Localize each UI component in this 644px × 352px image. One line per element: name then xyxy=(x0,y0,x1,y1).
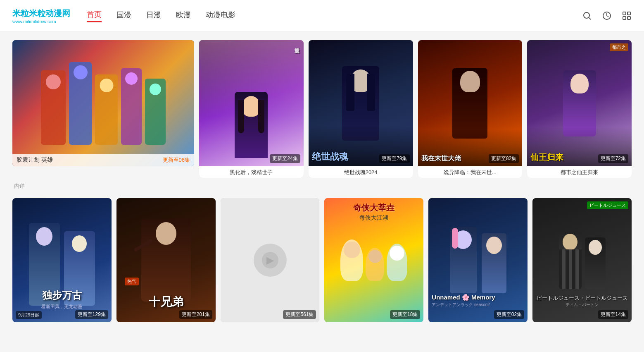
card-jueshi-badge: 更新至79集 xyxy=(379,154,409,163)
card-beetlejuice-dir: ティム・バートン xyxy=(536,302,628,308)
svg-rect-5 xyxy=(623,17,626,19)
card-qixia-sub: 每侠大江湖 xyxy=(328,214,419,222)
card-wide-title: 胶囊计划 英雄 xyxy=(17,156,53,164)
card-zheyi-badge: 更新至82集 xyxy=(489,154,519,163)
card-beetlejuice-tag: ビートルジュース xyxy=(587,201,628,209)
card-dushi-badge-tag: 都市之 xyxy=(610,43,628,51)
search-icon[interactable] xyxy=(582,11,592,21)
card-dushi[interactable]: 都市之 仙王归来 更新至72集 都市之仙王归来 xyxy=(527,40,632,178)
site-subtitle: www.milimilidmw.com xyxy=(12,19,56,24)
cards-row-1: 胶囊计划 英雄 更新至06集 xyxy=(12,40,632,178)
card-dubu-sub: 看新田风，无龙动漫 xyxy=(17,304,107,310)
card-jueshi-title: 绝世战魂2024 xyxy=(309,166,413,178)
main-content: 胶囊计划 英雄 更新至06集 xyxy=(0,32,644,330)
card-dushi-title: 都市之仙王归来 xyxy=(527,166,632,178)
card-unnamed-overlay: Unnamed 🌸 Memory xyxy=(432,294,524,301)
nav-ouman[interactable]: 欧漫 xyxy=(176,10,191,22)
nav-home[interactable]: 首页 xyxy=(87,10,102,22)
nav-guoman[interactable]: 国漫 xyxy=(116,10,131,22)
card-qixia[interactable]: 奇侠大莘垚 每侠大江湖 更新至18集 xyxy=(324,198,423,322)
svg-point-0 xyxy=(584,12,589,18)
card-zheyi-title: 诡异降临：我在未世... xyxy=(418,166,523,178)
card-wide-update: 更新至06集 xyxy=(163,156,190,164)
site-header: 米粒米粒动漫网 www.milimilidmw.com 首页 国漫 日漫 欧漫 … xyxy=(0,0,644,32)
nav-movie[interactable]: 动漫电影 xyxy=(206,10,235,22)
card-unnamed-sub: アンデットアンラック season2 xyxy=(432,302,524,308)
card-empty[interactable]: ▶ 更新至561集 xyxy=(221,198,320,322)
card-beetlejuice-overlay: ビートルジュース・ビートルジュース xyxy=(536,295,628,302)
card-dubu-overlay: 独步万古 xyxy=(17,289,107,302)
card-dubu-start: 9月29日起 xyxy=(16,311,42,319)
logo-area: 米粒米粒动漫网 www.milimilidmw.com xyxy=(12,8,70,24)
wide-card-sublabel: 内详 xyxy=(14,182,632,190)
card-empty-update: 更新至561集 xyxy=(283,310,316,319)
card-jueshi[interactable]: 绝世战魂 更新至79集 绝世战魂2024 xyxy=(309,40,413,178)
svg-rect-4 xyxy=(627,12,630,15)
card-qixia-update: 更新至18集 xyxy=(390,310,420,319)
card-shizhong-update: 更新至201集 xyxy=(179,310,212,319)
card-unnamed-update: 更新至02集 xyxy=(494,310,524,319)
nav-riman[interactable]: 日漫 xyxy=(146,10,161,22)
card-heihua[interactable]: 戏精世子威狂 更新至24集 黑化后，戏精世子 xyxy=(199,40,304,178)
site-title: 米粒米粒动漫网 xyxy=(12,8,70,19)
card-jiaonagjihhua[interactable]: 胶囊计划 英雄 更新至06集 xyxy=(12,40,194,166)
card-dubu[interactable]: 独步万古 看新田风，无龙动漫 9月29日起 更新至129集 xyxy=(12,198,112,322)
history-icon[interactable] xyxy=(602,11,612,21)
card-beetlejuice-update: 更新至14集 xyxy=(598,310,628,319)
card-heihua-title: 黑化后，戏精世子 xyxy=(199,166,304,178)
main-nav: 首页 国漫 日漫 欧漫 动漫电影 xyxy=(87,10,582,22)
svg-rect-6 xyxy=(627,17,630,19)
card-shizhong[interactable]: 十兄弟 热气 更新至201集 xyxy=(116,198,216,322)
card-heihua-badge: 更新至24集 xyxy=(270,154,300,163)
card-shizhong-overlay: 十兄弟 xyxy=(121,294,211,310)
card-zheyi[interactable]: 我在末世大佬 更新至82集 诡异降临：我在未世... xyxy=(418,40,523,178)
svg-line-1 xyxy=(589,18,591,19)
card-unnamed[interactable]: Unnamed 🌸 Memory アンデットアンラック season2 更新至0… xyxy=(428,198,528,322)
grid-icon[interactable] xyxy=(622,11,632,21)
card-dubu-update: 更新至129集 xyxy=(75,310,108,319)
card-beetlejuice[interactable]: ビートルジュース・ビートルジュース ティム・バートン ビートルジュース 更新至1… xyxy=(532,198,632,322)
card-qixia-overlay: 奇侠大莘垚 xyxy=(328,202,419,213)
cards-row-2: 独步万古 看新田风，无龙动漫 9月29日起 更新至129集 十兄弟 xyxy=(12,198,632,322)
card-dushi-badge: 更新至72集 xyxy=(598,154,628,163)
card-shizhong-tag: 热气 xyxy=(125,278,139,285)
card-wide-bottom: 胶囊计划 英雄 更新至06集 xyxy=(12,154,194,166)
header-icons xyxy=(582,11,632,21)
svg-rect-3 xyxy=(623,12,626,15)
